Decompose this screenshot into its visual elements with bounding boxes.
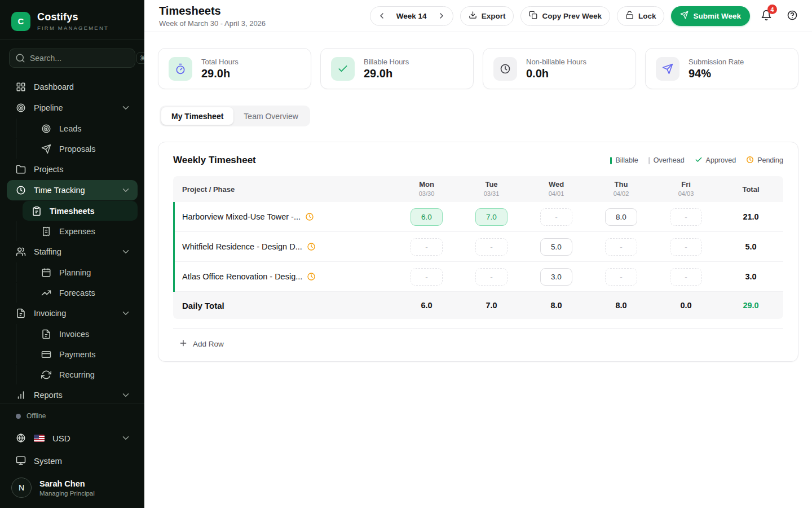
hours-cell[interactable]: - [670,238,702,256]
export-button[interactable]: Export [460,6,514,26]
lock-button[interactable]: Lock [617,6,665,26]
column-header-total: Total [718,185,783,194]
hours-cell[interactable]: 7.0 [475,208,508,226]
sidebar-item-projects[interactable]: Projects [7,159,138,179]
prev-week-button[interactable] [374,8,390,24]
day-date: 04/03 [654,190,718,198]
users-icon [16,247,26,257]
project-name-cell[interactable]: Whitfield Residence - Design D... [175,242,394,251]
clipboard-icon [32,206,42,216]
sidebar-item-recurring[interactable]: Recurring [16,365,138,384]
hours-cell[interactable]: 6.0 [411,208,443,226]
column-header-mon: Mon03/30 [394,181,459,198]
sidebar-item-forecasts[interactable]: Forecasts [16,283,138,303]
sidebar-item-proposals[interactable]: Proposals [16,139,138,159]
sidebar-divider [0,39,144,40]
hours-cell[interactable]: 8.0 [605,208,637,226]
hours-cell[interactable]: - [670,208,702,226]
bar-chart-icon [16,390,26,400]
add-row-button[interactable]: Add Row [173,339,224,349]
legend: Billable Overhead Approved Pending [610,156,783,165]
search-box[interactable]: ⌘K [9,49,135,68]
sidebar-item-label: Forecasts [59,288,95,297]
sidebar-item-reports[interactable]: Reports [7,385,138,404]
sidebar-footer: Offline USD System N Sarah Chen Managing… [0,404,144,508]
sidebar-item-time-tracking[interactable]: Time Tracking [7,180,138,200]
hours-cell[interactable]: - [540,208,572,226]
sidebar-item-invoices[interactable]: Invoices [16,324,138,344]
submit-week-button[interactable]: Submit Week [671,6,750,26]
stat-value: 94% [689,67,744,80]
view-tabs: My Timesheet Team Overview [160,106,310,126]
page-subtitle: Week of March 30 - April 3, 2026 [159,19,266,28]
hours-cell[interactable]: - [670,268,702,286]
sidebar-item-label: Leads [59,124,82,133]
sidebar-item-label: Reports [34,391,63,400]
legend-label: Billable [615,156,638,164]
row-total: 3.0 [718,272,783,281]
trending-up-icon [41,288,51,298]
legend-label: Overhead [654,156,685,164]
day-name: Wed [524,181,589,189]
hours-cell[interactable]: - [475,268,508,286]
sidebar-item-timesheets[interactable]: Timesheets [23,201,138,221]
sidebar-item-payments[interactable]: Payments [16,344,138,364]
sidebar-item-pipeline[interactable]: Pipeline [7,98,138,118]
currency-label: USD [52,433,70,443]
currency-selector[interactable]: USD [9,427,135,449]
sidebar-item-planning[interactable]: Planning [16,262,138,282]
brand-logo-letter: C [18,16,24,26]
project-name-cell[interactable]: Atlas Office Renovation - Desig... [175,272,394,281]
timesheet-rows: Harborview Mixed-Use Tower -... 6.0 7.0 … [173,202,783,292]
globe-icon [16,433,26,443]
theme-selector[interactable]: System [9,449,135,472]
lock-label: Lock [638,12,656,20]
help-button[interactable] [783,6,802,25]
legend-pending: Pending [746,156,783,165]
next-week-button[interactable] [434,8,449,24]
day-name: Tue [459,181,524,189]
stats-row: Total Hours 29.0h Billable Hours 29.0h N… [144,32,812,89]
table-row: Harborview Mixed-Use Tower -... 6.0 7.0 … [175,202,783,232]
clock-icon [746,156,754,165]
row-total: 5.0 [718,242,783,251]
tab-team-overview[interactable]: Team Overview [233,107,308,125]
sidebar-item-label: Pipeline [34,103,63,112]
search-input[interactable] [30,54,132,63]
notifications-button[interactable]: 4 [757,6,776,25]
hours-cell[interactable]: 3.0 [540,268,572,286]
hours-cell[interactable]: 5.0 [540,238,572,256]
sidebar-item-label: Invoicing [34,309,66,318]
weekly-timesheet-card: Weekly Timesheet Billable Overhead Appro… [158,142,798,362]
hours-cell[interactable]: - [411,238,443,256]
sidebar-item-label: Invoices [59,330,89,339]
day-name: Fri [654,181,718,189]
chevron-down-icon [121,308,131,318]
overhead-bar-icon [648,157,650,164]
sidebar-item-invoicing[interactable]: Invoicing [7,303,138,323]
sidebar-item-label: Time Tracking [34,186,85,195]
project-name-cell[interactable]: Harborview Mixed-Use Tower -... [175,212,394,221]
hours-cell[interactable]: - [411,268,443,286]
copy-prev-week-button[interactable]: Copy Prev Week [520,6,610,26]
target-icon [41,124,51,134]
hours-cell[interactable]: - [475,238,508,256]
table-row: Whitfield Residence - Design D... - - 5.… [175,232,783,262]
sidebar-item-staffing[interactable]: Staffing [7,242,138,262]
daily-total-value: 7.0 [459,301,524,310]
sidebar-item-label: Planning [59,268,91,277]
sidebar-item-dashboard[interactable]: Dashboard [7,77,138,97]
sidebar-item-leads[interactable]: Leads [16,119,138,138]
tab-my-timesheet[interactable]: My Timesheet [161,107,233,125]
page-header: Timesheets Week of March 30 - April 3, 2… [144,0,812,32]
export-label: Export [482,12,506,20]
legend-label: Pending [757,156,783,164]
dashboard-grid-icon [16,82,26,92]
hours-cell[interactable]: - [605,238,637,256]
sidebar-item-expenses[interactable]: Expenses [16,221,138,241]
user-menu[interactable]: N Sarah Chen Managing Principal [9,478,135,498]
hours-cell[interactable]: - [605,268,637,286]
pending-clock-icon [305,212,314,221]
week-navigator: Week 14 [370,6,453,26]
timesheet-column-headers: Project / Phase Mon03/30 Tue03/31 Wed04/… [173,176,783,202]
